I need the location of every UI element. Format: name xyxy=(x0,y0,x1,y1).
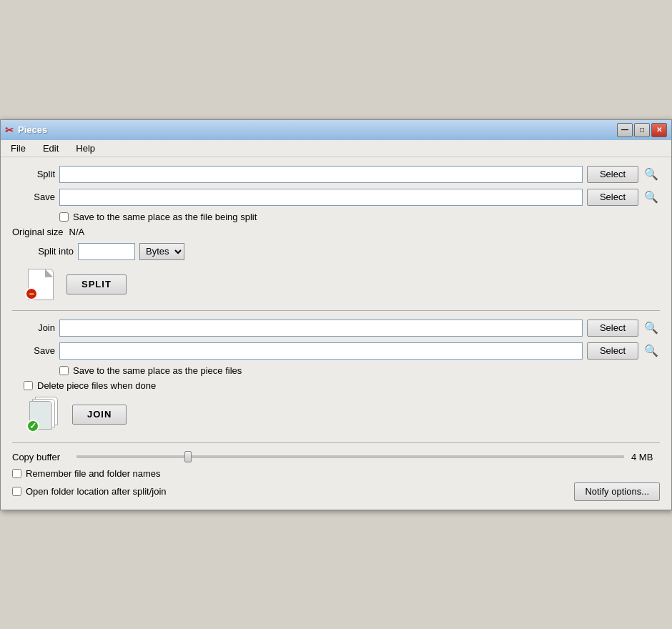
split-select-button[interactable]: Select xyxy=(587,166,638,183)
menu-edit[interactable]: Edit xyxy=(37,142,64,155)
open-folder-label: Open folder location after split/join xyxy=(26,486,167,497)
notify-options-button[interactable]: Notify options... xyxy=(574,482,660,501)
split-into-label: Split into xyxy=(24,246,74,257)
split-save-search-button[interactable]: 🔍 xyxy=(643,189,660,206)
join-row: Join Select 🔍 xyxy=(12,320,660,337)
split-action-row: − SPLIT xyxy=(24,267,660,302)
join-label: Join xyxy=(12,322,55,333)
delete-piece-row: Delete piece files when done xyxy=(24,380,660,391)
main-content: Split Select 🔍 Save Select 🔍 Save to th xyxy=(1,157,671,510)
split-save-label: Save xyxy=(12,192,55,202)
join-save-input[interactable] xyxy=(59,342,583,360)
split-search-icon: 🔍 xyxy=(644,167,658,181)
join-save-search-button[interactable]: 🔍 xyxy=(643,342,660,360)
split-label: Split xyxy=(12,169,55,179)
window-title: Pieces xyxy=(18,124,47,135)
split-input[interactable] xyxy=(59,166,583,183)
join-check-icon: ✓ xyxy=(26,420,39,432)
maximize-button[interactable]: □ xyxy=(634,123,650,137)
join-file-icon-container: ✓ xyxy=(24,395,64,434)
join-select-button[interactable]: Select xyxy=(587,320,638,337)
join-save-select-button[interactable]: Select xyxy=(587,342,638,360)
join-input[interactable] xyxy=(59,320,583,337)
maximize-icon: □ xyxy=(640,126,644,134)
title-bar: ✂ Pieces — □ ✕ xyxy=(1,120,671,140)
split-same-place-label: Save to the same place as the file being… xyxy=(73,212,257,222)
join-save-search-icon: 🔍 xyxy=(644,344,658,357)
split-save-search-icon: 🔍 xyxy=(644,190,658,204)
app-window: ✂ Pieces — □ ✕ File Edit Help Split xyxy=(0,119,672,510)
menu-bar: File Edit Help xyxy=(1,140,671,157)
split-section: Split Select 🔍 Save Select 🔍 Save to th xyxy=(12,166,660,302)
join-same-place-checkbox[interactable] xyxy=(59,366,69,375)
original-size-value: N/A xyxy=(69,227,85,237)
split-row: Split Select 🔍 xyxy=(12,166,660,183)
split-minus-icon: − xyxy=(25,287,38,300)
join-button[interactable]: JOIN xyxy=(72,405,127,425)
minimize-button[interactable]: — xyxy=(617,123,633,137)
open-folder-checkbox[interactable] xyxy=(12,487,21,496)
join-same-place-row: Save to the same place as the piece file… xyxy=(59,365,660,376)
minimize-icon: — xyxy=(621,126,628,134)
split-save-select-button[interactable]: Select xyxy=(587,189,638,206)
remember-checkbox[interactable] xyxy=(12,469,21,478)
join-file-stack: ✓ xyxy=(26,397,61,432)
bottom-section: Copy buffer 4 MB Remember file and folde… xyxy=(12,452,660,501)
copy-buffer-value: 4 MB xyxy=(631,452,660,462)
menu-file[interactable]: File xyxy=(5,142,31,155)
open-folder-row: Open folder location after split/join xyxy=(12,486,167,497)
title-bar-left: ✂ Pieces xyxy=(5,124,47,136)
unit-select[interactable]: Bytes KB MB GB xyxy=(139,243,184,260)
split-button[interactable]: SPLIT xyxy=(66,274,127,294)
join-save-label: Save xyxy=(12,345,55,356)
delete-pieces-checkbox[interactable] xyxy=(24,381,33,390)
split-same-place-row: Save to the same place as the file being… xyxy=(59,212,660,222)
split-save-row: Save Select 🔍 xyxy=(12,189,660,206)
split-same-place-checkbox[interactable] xyxy=(59,212,69,222)
menu-help[interactable]: Help xyxy=(70,142,101,155)
join-same-place-label: Save to the same place as the piece file… xyxy=(73,365,242,376)
split-save-input[interactable] xyxy=(59,189,583,206)
split-into-row: Split into Bytes KB MB GB xyxy=(24,243,660,260)
window-controls: — □ ✕ xyxy=(617,123,667,137)
original-size-row: Original size N/A xyxy=(12,227,660,237)
copy-buffer-slider[interactable] xyxy=(76,455,624,458)
notify-row: Remember file and folder names Open fold… xyxy=(12,468,660,501)
copy-buffer-label: Copy buffer xyxy=(12,452,69,462)
join-save-row: Save Select 🔍 xyxy=(12,342,660,360)
join-search-icon: 🔍 xyxy=(644,321,658,335)
close-icon: ✕ xyxy=(656,126,662,134)
bottom-checkboxes: Remember file and folder names Open fold… xyxy=(12,468,167,501)
join-action-row: ✓ JOIN xyxy=(24,395,660,434)
split-into-input[interactable] xyxy=(78,243,135,260)
app-icon: ✂ xyxy=(5,124,14,136)
remember-row: Remember file and folder names xyxy=(12,468,167,479)
join-search-button[interactable]: 🔍 xyxy=(643,320,660,337)
section-divider-2 xyxy=(12,442,660,443)
close-button[interactable]: ✕ xyxy=(651,123,667,137)
split-search-button[interactable]: 🔍 xyxy=(643,166,660,183)
join-section: Join Select 🔍 Save Select 🔍 Save to the xyxy=(12,320,660,434)
original-size-label: Original size xyxy=(12,227,64,237)
copy-buffer-row: Copy buffer 4 MB xyxy=(12,452,660,462)
remember-label: Remember file and folder names xyxy=(26,468,161,479)
section-divider-1 xyxy=(12,310,660,311)
split-file-icon: − xyxy=(24,267,58,302)
delete-pieces-label: Delete piece files when done xyxy=(37,380,156,391)
